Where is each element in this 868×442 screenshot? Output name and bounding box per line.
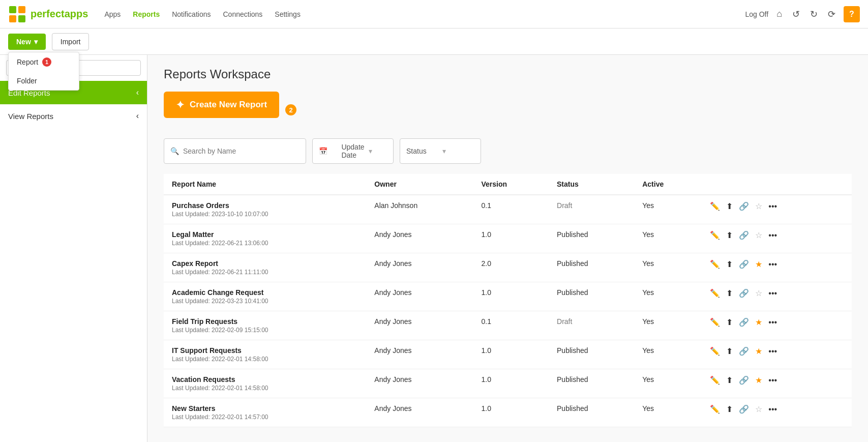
- nav-settings[interactable]: Settings: [275, 8, 301, 20]
- more-icon[interactable]: •••: [768, 376, 777, 385]
- cell-status: Published: [549, 340, 634, 369]
- upload-icon[interactable]: ⬆: [726, 259, 733, 269]
- cell-name: Academic Change Request Last Updated: 20…: [164, 282, 366, 311]
- content-area: Reports Workspace ✦ Create New Report 2 …: [147, 55, 868, 442]
- upload-icon[interactable]: ⬆: [726, 201, 733, 211]
- sidebar-item-view-reports[interactable]: View Reports ‹: [0, 104, 147, 128]
- plus-icon: ✦: [176, 99, 185, 111]
- sync-button[interactable]: ⟳: [826, 7, 837, 22]
- link-icon[interactable]: 🔗: [739, 201, 749, 211]
- cell-name: New Starters Last Updated: 2022-02-01 14…: [164, 398, 366, 427]
- star-icon[interactable]: ☆: [755, 288, 762, 298]
- cell-name: IT Support Requests Last Updated: 2022-0…: [164, 340, 366, 369]
- edit-icon[interactable]: ✏️: [710, 259, 720, 269]
- secondbar: New ▾ Report 1 Folder Import: [0, 28, 868, 55]
- star-icon[interactable]: ☆: [755, 230, 762, 240]
- cell-active: Yes: [634, 253, 702, 282]
- create-btn-row: ✦ Create New Report 2: [164, 92, 852, 128]
- nav-notifications[interactable]: Notifications: [172, 8, 211, 20]
- cell-active: Yes: [634, 398, 702, 427]
- chevron-left-icon: ‹: [136, 88, 139, 97]
- star-icon[interactable]: ★: [755, 375, 762, 385]
- update-date-filter[interactable]: 📅 Update Date ▾: [312, 138, 394, 164]
- edit-icon[interactable]: ✏️: [710, 230, 720, 240]
- star-icon[interactable]: ★: [755, 346, 762, 356]
- topbar: perfectapps Apps Reports Notifications C…: [0, 0, 868, 28]
- edit-icon[interactable]: ✏️: [710, 288, 720, 298]
- undo-button[interactable]: ↺: [790, 7, 802, 22]
- cell-active: Yes: [634, 311, 702, 340]
- svg-rect-1: [18, 6, 25, 13]
- report-badge: 1: [42, 57, 51, 67]
- logo: perfectapps: [8, 5, 88, 23]
- upload-icon[interactable]: ⬆: [726, 346, 733, 356]
- help-button[interactable]: ?: [844, 6, 860, 22]
- edit-icon[interactable]: ✏️: [710, 346, 720, 356]
- status-filter[interactable]: Status ▾: [400, 138, 481, 164]
- upload-icon[interactable]: ⬆: [726, 404, 733, 414]
- search-box[interactable]: 🔍: [164, 138, 306, 164]
- cell-actions: ✏️ ⬆ 🔗 ★ •••: [702, 311, 852, 340]
- upload-icon[interactable]: ⬆: [726, 230, 733, 240]
- link-icon[interactable]: 🔗: [739, 317, 749, 327]
- more-icon[interactable]: •••: [768, 318, 777, 327]
- topbar-right: Log Off ⌂ ↺ ↻ ⟳ ?: [745, 6, 860, 22]
- refresh-button[interactable]: ↻: [808, 7, 820, 22]
- star-icon[interactable]: ☆: [755, 201, 762, 211]
- import-button[interactable]: Import: [52, 33, 89, 50]
- dropdown-report-item[interactable]: Report 1: [9, 52, 79, 72]
- star-icon[interactable]: ☆: [755, 404, 762, 414]
- svg-rect-3: [18, 15, 25, 22]
- cell-status: Draft: [549, 311, 634, 340]
- cell-version: 2.0: [473, 253, 549, 282]
- link-icon[interactable]: 🔗: [739, 288, 749, 298]
- cell-owner: Andy Jones: [366, 253, 473, 282]
- cell-version: 1.0: [473, 282, 549, 311]
- cell-actions: ✏️ ⬆ 🔗 ☆ •••: [702, 195, 852, 224]
- cell-active: Yes: [634, 224, 702, 253]
- calendar-icon: 📅: [319, 147, 337, 155]
- nav-reports[interactable]: Reports: [133, 8, 160, 20]
- logoff-button[interactable]: Log Off: [745, 10, 768, 18]
- link-icon[interactable]: 🔗: [739, 230, 749, 240]
- cell-active: Yes: [634, 282, 702, 311]
- nav-connections[interactable]: Connections: [223, 8, 262, 20]
- upload-icon[interactable]: ⬆: [726, 288, 733, 298]
- link-icon[interactable]: 🔗: [739, 404, 749, 414]
- home-button[interactable]: ⌂: [774, 7, 784, 21]
- more-icon[interactable]: •••: [768, 289, 777, 298]
- more-icon[interactable]: •••: [768, 260, 777, 269]
- cell-name: Legal Matter Last Updated: 2022-06-21 13…: [164, 224, 366, 253]
- link-icon[interactable]: 🔗: [739, 375, 749, 385]
- col-version: Version: [473, 174, 549, 195]
- chevron-down-icon-2: ▾: [442, 147, 474, 155]
- edit-icon[interactable]: ✏️: [710, 317, 720, 327]
- upload-icon[interactable]: ⬆: [726, 375, 733, 385]
- more-icon[interactable]: •••: [768, 347, 777, 356]
- table-row: Vacation Requests Last Updated: 2022-02-…: [164, 369, 852, 398]
- search-input[interactable]: [183, 147, 300, 155]
- edit-icon[interactable]: ✏️: [710, 404, 720, 414]
- more-icon[interactable]: •••: [768, 405, 777, 414]
- link-icon[interactable]: 🔗: [739, 346, 749, 356]
- more-icon[interactable]: •••: [768, 231, 777, 240]
- filters-row: 🔍 📅 Update Date ▾ Status ▾: [164, 138, 852, 164]
- link-icon[interactable]: 🔗: [739, 259, 749, 269]
- cell-version: 0.1: [473, 311, 549, 340]
- logo-text: perfectapps: [31, 8, 88, 20]
- col-owner: Owner: [366, 174, 473, 195]
- star-icon[interactable]: ★: [755, 259, 762, 269]
- edit-icon[interactable]: ✏️: [710, 201, 720, 211]
- star-icon[interactable]: ★: [755, 317, 762, 327]
- cell-active: Yes: [634, 369, 702, 398]
- cell-owner: Andy Jones: [366, 311, 473, 340]
- nav-apps[interactable]: Apps: [104, 8, 121, 20]
- more-icon[interactable]: •••: [768, 202, 777, 211]
- upload-icon[interactable]: ⬆: [726, 317, 733, 327]
- new-button[interactable]: New ▾: [8, 34, 46, 50]
- cell-version: 0.1: [473, 195, 549, 224]
- chevron-down-icon: ▾: [369, 147, 387, 155]
- create-new-report-button[interactable]: ✦ Create New Report: [164, 92, 279, 118]
- edit-icon[interactable]: ✏️: [710, 375, 720, 385]
- dropdown-folder-item[interactable]: Folder: [9, 72, 79, 90]
